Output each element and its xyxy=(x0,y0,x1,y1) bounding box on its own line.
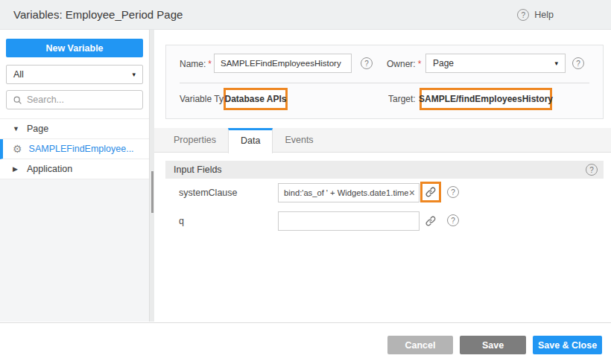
caret-down-icon: ▾ xyxy=(132,71,136,78)
systemclause-value: bind:'as_of ' + Widgets.date1.timestam xyxy=(284,188,408,197)
owner-label: Owner:* xyxy=(387,59,421,69)
owner-select[interactable]: Page ▾ xyxy=(425,54,566,73)
variables-dialog: Variables: Employee_Period Page ? Help N… xyxy=(0,0,611,364)
tree-collapsed-icon: ▶ xyxy=(13,165,20,173)
required-asterisk: * xyxy=(208,59,212,69)
field-label-systemclause: systemClause xyxy=(179,188,238,198)
search-input[interactable] xyxy=(27,95,136,105)
input-fields-help-icon[interactable]: ? xyxy=(586,164,598,176)
q-help-icon[interactable]: ? xyxy=(447,214,459,226)
save-button[interactable]: Save xyxy=(460,336,526,354)
search-icon xyxy=(13,95,22,105)
bind-link-annotation-box xyxy=(420,182,441,202)
help-icon: ? xyxy=(517,9,529,21)
help-label: Help xyxy=(534,10,554,20)
sidebar-scrollbar-track[interactable] xyxy=(149,30,154,322)
card-divider xyxy=(180,83,589,83)
scrollbar-thumb[interactable] xyxy=(151,171,153,213)
tree-group-page-label: Page xyxy=(27,124,48,134)
bind-link-icon[interactable] xyxy=(425,186,437,198)
field-label-q: q xyxy=(179,216,184,226)
sidebar-empty-area xyxy=(0,179,149,322)
q-bind-link-icon[interactable] xyxy=(425,215,437,227)
dialog-title: Variables: Employee_Period Page xyxy=(13,8,183,21)
cancel-button[interactable]: Cancel xyxy=(387,336,453,354)
target-value: SAMPLE/findEmployeesHistory xyxy=(419,94,553,104)
tab-properties[interactable]: Properties xyxy=(162,128,228,153)
name-label: Name:* xyxy=(180,59,212,69)
systemclause-value-box[interactable]: bind:'as_of ' + Widgets.date1.timestam × xyxy=(278,183,420,202)
variables-tree: ▼ Page ⚙ SAMPLEFindEmployee... ▶ Applica… xyxy=(0,118,149,179)
dialog-footer: Cancel Save Save & Close xyxy=(0,322,611,364)
detail-tabstrip: Properties Data Events xyxy=(154,128,611,153)
tree-group-application[interactable]: ▶ Application xyxy=(0,159,149,179)
caret-down-icon: ▾ xyxy=(554,60,558,67)
dialog-titlebar: Variables: Employee_Period Page ? Help xyxy=(0,0,611,30)
variable-detail-panel: Name:* ? Owner:* Page ▾ ? Variable Type:… xyxy=(154,30,611,322)
save-and-close-button[interactable]: Save & Close xyxy=(533,336,602,354)
name-input[interactable] xyxy=(214,54,352,73)
new-variable-button[interactable]: New Variable xyxy=(6,39,143,57)
tab-events[interactable]: Events xyxy=(273,128,325,153)
variable-filter-select[interactable]: All ▾ xyxy=(6,65,143,84)
variables-sidebar: New Variable All ▾ ▼ Page xyxy=(0,30,149,322)
input-fields-title: Input Fields xyxy=(174,165,222,175)
variable-gear-icon: ⚙ xyxy=(13,144,22,154)
target-label: Target: xyxy=(388,94,416,104)
variable-search-box[interactable] xyxy=(6,90,143,109)
sidebar-controls: New Variable All ▾ xyxy=(0,30,149,118)
variable-filter-value: All xyxy=(13,69,24,80)
tab-data[interactable]: Data xyxy=(228,128,273,153)
variable-type-value: Database APIs xyxy=(225,94,287,104)
tree-expanded-icon: ▼ xyxy=(13,125,20,132)
systemclause-help-icon[interactable]: ? xyxy=(447,186,459,198)
variable-type-annotation-box: Database APIs xyxy=(224,88,288,110)
name-help-icon[interactable]: ? xyxy=(361,57,373,69)
target-annotation-box: SAMPLE/findEmployeesHistory xyxy=(420,88,552,110)
owner-select-value: Page xyxy=(433,58,454,68)
required-asterisk: * xyxy=(418,59,422,69)
q-input[interactable] xyxy=(278,211,420,231)
input-fields-header: Input Fields ? xyxy=(165,161,604,179)
clear-value-icon[interactable]: × xyxy=(408,188,416,198)
tree-group-application-label: Application xyxy=(27,164,72,174)
help-button[interactable]: ? Help xyxy=(517,9,554,21)
owner-help-icon[interactable]: ? xyxy=(572,57,584,69)
variable-summary-card: Name:* ? Owner:* Page ▾ ? Variable Type:… xyxy=(165,45,604,119)
tree-item-selected-variable[interactable]: ⚙ SAMPLEFindEmployee... xyxy=(0,139,149,159)
tree-group-page[interactable]: ▼ Page xyxy=(0,119,149,139)
tree-item-variable-label: SAMPLEFindEmployee... xyxy=(29,144,134,154)
